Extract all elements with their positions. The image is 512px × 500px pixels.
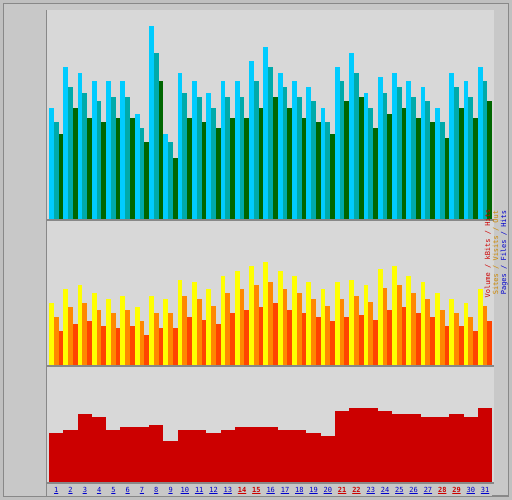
x-day-label[interactable]: 17 [278, 486, 292, 494]
top-bar-group [106, 16, 120, 219]
top-bar-group [292, 16, 306, 219]
x-day-label[interactable]: 5 [106, 486, 120, 494]
x-day-label[interactable]: 14 [235, 486, 249, 494]
bot-bar-group [163, 373, 177, 482]
x-day-label[interactable]: 10 [178, 486, 192, 494]
bar [235, 427, 249, 482]
mid-bar-group [364, 227, 378, 364]
bar [335, 411, 349, 482]
bar [421, 417, 435, 482]
bot-bar-group [292, 373, 306, 482]
top-chart-section [47, 10, 494, 221]
bar [349, 408, 363, 482]
bar [449, 414, 463, 482]
top-bar-group [435, 16, 449, 219]
bar [321, 436, 335, 482]
bot-bar-group [178, 373, 192, 482]
x-day-label[interactable]: 20 [321, 486, 335, 494]
bot-bar-group [435, 373, 449, 482]
bot-bar-group [449, 373, 463, 482]
mid-bar-group [163, 227, 177, 364]
x-day-label[interactable]: 30 [464, 486, 478, 494]
bot-bar-group [278, 373, 292, 482]
x-day-label[interactable]: 2 [63, 486, 77, 494]
x-day-label[interactable]: 16 [263, 486, 277, 494]
bot-bar-group [421, 373, 435, 482]
x-day-label[interactable]: 3 [78, 486, 92, 494]
mid-bar-group [335, 227, 349, 364]
x-day-label[interactable]: 12 [206, 486, 220, 494]
x-day-label[interactable]: 19 [306, 486, 320, 494]
x-day-label[interactable]: 8 [149, 486, 163, 494]
mid-bar-group [135, 227, 149, 364]
x-day-label[interactable]: 28 [435, 486, 449, 494]
bot-bar-group [120, 373, 134, 482]
mid-bar-group [392, 227, 406, 364]
bar [149, 425, 163, 482]
charts-area: 1234567891011121314151617181920212223242… [4, 10, 508, 496]
mid-bar-group [106, 227, 120, 364]
bar [487, 101, 492, 219]
bot-bar-group [464, 373, 478, 482]
mid-bar-group [464, 227, 478, 364]
x-day-label[interactable]: 26 [406, 486, 420, 494]
top-bar-group [63, 16, 77, 219]
x-day-label[interactable]: 27 [421, 486, 435, 494]
mid-bar-group [92, 227, 106, 364]
top-bar-group [392, 16, 406, 219]
bar [63, 430, 77, 482]
top-bar-group [335, 16, 349, 219]
bot-bar-group [378, 373, 392, 482]
x-day-label[interactable]: 21 [335, 486, 349, 494]
bot-bar-group [306, 373, 320, 482]
bar [378, 411, 392, 482]
mid-bar-group [192, 227, 206, 364]
bar [49, 433, 63, 482]
top-bar-group [135, 16, 149, 219]
bar [135, 427, 149, 482]
top-bar-group [263, 16, 277, 219]
x-day-label[interactable]: 18 [292, 486, 306, 494]
x-day-label[interactable]: 13 [221, 486, 235, 494]
top-bar-group [78, 16, 92, 219]
bot-chart-section [47, 367, 494, 483]
bar [221, 430, 235, 482]
bar [263, 427, 277, 482]
bot-bar-group [321, 373, 335, 482]
x-day-label[interactable]: 24 [378, 486, 392, 494]
bot-bar-group [92, 373, 106, 482]
top-bar-group [349, 16, 363, 219]
top-bar-group [49, 16, 63, 219]
mid-bar-group [249, 227, 263, 364]
bar [163, 441, 177, 482]
x-day-label[interactable]: 6 [120, 486, 134, 494]
mid-bar-group [235, 227, 249, 364]
bar [364, 408, 378, 482]
x-day-label[interactable]: 22 [349, 486, 363, 494]
bar [406, 414, 420, 482]
x-day-label[interactable]: 9 [163, 486, 177, 494]
right-label-vol: Volume / kBits / Hits [484, 209, 492, 298]
mid-bar-group [306, 227, 320, 364]
top-bar-group [221, 16, 235, 219]
x-day-label[interactable]: 29 [449, 486, 463, 494]
x-day-label[interactable]: 11 [192, 486, 206, 494]
x-day-label[interactable]: 1 [49, 486, 63, 494]
bot-bar-group [349, 373, 363, 482]
x-day-label[interactable]: 15 [249, 486, 263, 494]
x-day-label[interactable]: 23 [364, 486, 378, 494]
mid-bar-group [292, 227, 306, 364]
top-bar-group [321, 16, 335, 219]
x-day-label[interactable]: 25 [392, 486, 406, 494]
mid-bar-group [206, 227, 220, 364]
bot-bar-group [106, 373, 120, 482]
bar [435, 417, 449, 482]
x-day-label[interactable]: 4 [92, 486, 106, 494]
x-day-label[interactable]: 7 [135, 486, 149, 494]
bot-bar-group [406, 373, 420, 482]
bot-bar-group [63, 373, 77, 482]
mid-bar-group [321, 227, 335, 364]
mid-bar-group [178, 227, 192, 364]
bar [464, 417, 478, 482]
mid-bar-group [120, 227, 134, 364]
